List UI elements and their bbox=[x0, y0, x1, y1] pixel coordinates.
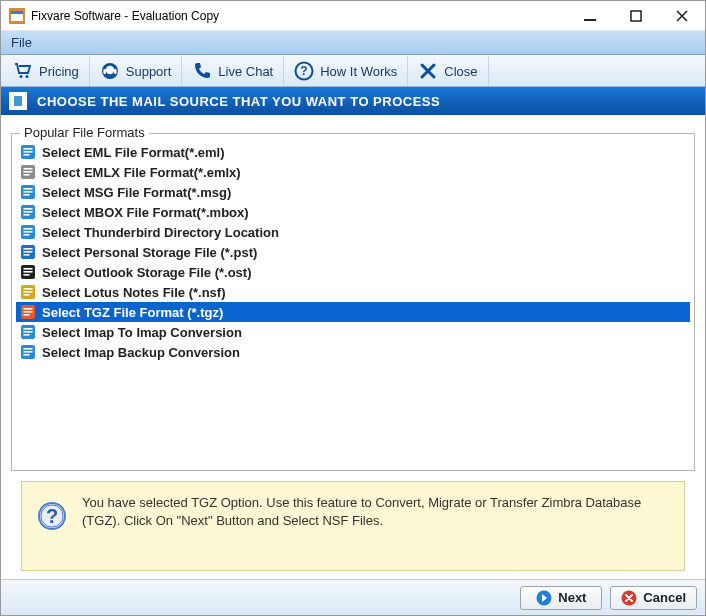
format-icon bbox=[20, 244, 36, 260]
cancel-button[interactable]: Cancel bbox=[610, 586, 697, 610]
format-icon bbox=[20, 224, 36, 240]
format-label: Select MBOX File Format(*.mbox) bbox=[42, 205, 249, 220]
format-icon bbox=[20, 344, 36, 360]
svg-text:?: ? bbox=[301, 64, 308, 78]
toolbar-close-button[interactable]: Close bbox=[408, 56, 488, 86]
format-icon bbox=[20, 264, 36, 280]
toolbar-label: Close bbox=[444, 64, 477, 79]
info-text: You have selected TGZ Option. Use this f… bbox=[82, 494, 670, 529]
svg-rect-58 bbox=[24, 354, 30, 356]
format-label: Select EMLX File Format(*.emlx) bbox=[42, 165, 241, 180]
format-label: Select EML File Format(*.eml) bbox=[42, 145, 225, 160]
format-row[interactable]: Select Outlook Storage File (*.ost) bbox=[16, 262, 690, 282]
cancel-close-icon bbox=[621, 590, 637, 606]
app-window: Fixvare Software - Evaluation Copy File … bbox=[0, 0, 706, 616]
svg-rect-45 bbox=[24, 291, 33, 293]
formats-list: Select EML File Format(*.eml)Select EMLX… bbox=[16, 142, 690, 362]
format-label: Select Thunderbird Directory Location bbox=[42, 225, 279, 240]
svg-rect-41 bbox=[24, 271, 33, 273]
headset-icon bbox=[100, 61, 120, 81]
format-icon bbox=[20, 164, 36, 180]
format-label: Select Imap Backup Conversion bbox=[42, 345, 240, 360]
menubar: File bbox=[1, 31, 705, 55]
toolbar-pricing-button[interactable]: Pricing bbox=[3, 56, 90, 86]
svg-rect-38 bbox=[24, 254, 30, 256]
svg-rect-33 bbox=[24, 231, 33, 233]
next-label: Next bbox=[558, 590, 586, 605]
format-icon bbox=[20, 304, 36, 320]
format-icon bbox=[20, 324, 36, 340]
app-icon bbox=[9, 8, 25, 24]
banner: CHOOSE THE MAIL SOURCE THAT YOU WANT TO … bbox=[1, 87, 705, 115]
cart-icon bbox=[13, 61, 33, 81]
format-row[interactable]: Select TGZ File Format (*.tgz) bbox=[16, 302, 690, 322]
format-row[interactable]: Select Imap Backup Conversion bbox=[16, 342, 690, 362]
svg-rect-29 bbox=[24, 211, 33, 213]
svg-rect-18 bbox=[24, 154, 30, 156]
next-button[interactable]: Next bbox=[520, 586, 602, 610]
svg-rect-56 bbox=[24, 348, 33, 350]
window-minimize-button[interactable] bbox=[567, 1, 613, 31]
format-icon bbox=[20, 204, 36, 220]
format-row[interactable]: Select EML File Format(*.eml) bbox=[16, 142, 690, 162]
svg-rect-26 bbox=[24, 194, 30, 196]
svg-rect-40 bbox=[24, 268, 33, 270]
format-row[interactable]: Select Imap To Imap Conversion bbox=[16, 322, 690, 342]
format-icon bbox=[20, 184, 36, 200]
svg-rect-53 bbox=[24, 331, 33, 333]
svg-rect-50 bbox=[24, 314, 30, 316]
phone-icon bbox=[192, 61, 212, 81]
format-row[interactable]: Select MBOX File Format(*.mbox) bbox=[16, 202, 690, 222]
svg-rect-2 bbox=[11, 11, 23, 14]
question-icon: ? bbox=[294, 61, 314, 81]
format-label: Select TGZ File Format (*.tgz) bbox=[42, 305, 223, 320]
svg-rect-44 bbox=[24, 288, 33, 290]
svg-rect-14 bbox=[14, 96, 22, 106]
window-close-button[interactable] bbox=[659, 1, 705, 31]
svg-rect-46 bbox=[24, 294, 30, 296]
info-panel: ? You have selected TGZ Option. Use this… bbox=[21, 481, 685, 571]
toolbar-label: Support bbox=[126, 64, 172, 79]
svg-text:?: ? bbox=[46, 505, 58, 527]
close-icon bbox=[418, 61, 438, 81]
svg-rect-32 bbox=[24, 228, 33, 230]
format-label: Select Imap To Imap Conversion bbox=[42, 325, 242, 340]
svg-rect-4 bbox=[631, 11, 641, 21]
svg-rect-54 bbox=[24, 334, 30, 336]
toolbar-howitworks-button[interactable]: ? How It Works bbox=[284, 56, 408, 86]
format-row[interactable]: Select Thunderbird Directory Location bbox=[16, 222, 690, 242]
window-maximize-button[interactable] bbox=[613, 1, 659, 31]
svg-rect-34 bbox=[24, 234, 30, 236]
svg-rect-30 bbox=[24, 214, 30, 216]
svg-rect-9 bbox=[103, 69, 106, 74]
toolbar-support-button[interactable]: Support bbox=[90, 56, 183, 86]
format-row[interactable]: Select Lotus Notes File (*.nsf) bbox=[16, 282, 690, 302]
format-icon bbox=[20, 144, 36, 160]
svg-rect-10 bbox=[114, 69, 117, 74]
formats-group: Popular File Formats Select EML File For… bbox=[11, 133, 695, 471]
toolbar: Pricing Support Live Chat ? How It Works… bbox=[1, 55, 705, 87]
svg-rect-17 bbox=[24, 151, 33, 153]
svg-point-5 bbox=[20, 75, 23, 78]
format-row[interactable]: Select EMLX File Format(*.emlx) bbox=[16, 162, 690, 182]
svg-rect-49 bbox=[24, 311, 33, 313]
format-row[interactable]: Select Personal Storage File (*.pst) bbox=[16, 242, 690, 262]
svg-rect-48 bbox=[24, 308, 33, 310]
svg-rect-25 bbox=[24, 191, 33, 193]
banner-icon bbox=[9, 92, 27, 110]
next-arrow-icon bbox=[536, 590, 552, 606]
svg-point-6 bbox=[26, 75, 29, 78]
format-icon bbox=[20, 284, 36, 300]
toolbar-livechat-button[interactable]: Live Chat bbox=[182, 56, 284, 86]
format-row[interactable]: Select MSG File Format(*.msg) bbox=[16, 182, 690, 202]
svg-rect-20 bbox=[24, 168, 33, 170]
toolbar-label: How It Works bbox=[320, 64, 397, 79]
cancel-label: Cancel bbox=[643, 590, 686, 605]
svg-rect-28 bbox=[24, 208, 33, 210]
format-label: Select Personal Storage File (*.pst) bbox=[42, 245, 257, 260]
menu-file[interactable]: File bbox=[1, 32, 42, 53]
svg-rect-57 bbox=[24, 351, 33, 353]
svg-rect-52 bbox=[24, 328, 33, 330]
svg-rect-3 bbox=[584, 19, 596, 21]
format-label: Select Outlook Storage File (*.ost) bbox=[42, 265, 251, 280]
